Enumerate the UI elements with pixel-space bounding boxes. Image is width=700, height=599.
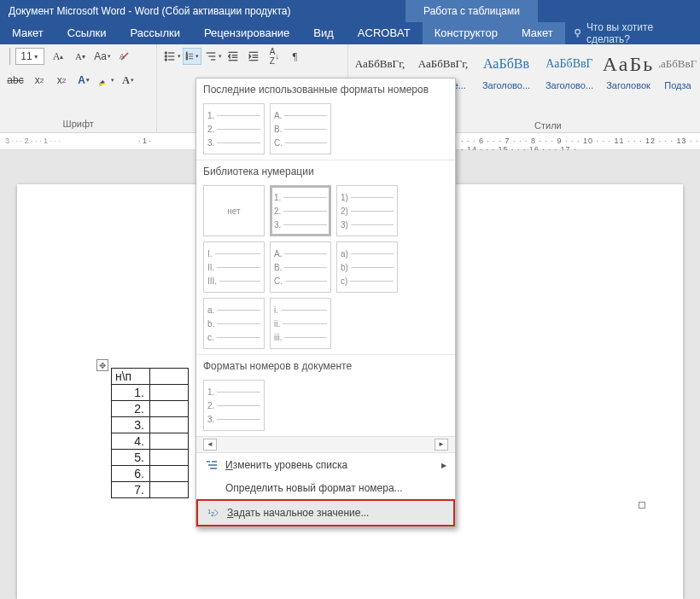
window-title: Документ Microsoft Word - Word (Сбой акт… [0, 5, 405, 17]
svg-text:3: 3 [186, 57, 188, 61]
num-thumb-ABC2[interactable]: A.B.C. [270, 241, 331, 293]
sort-icon[interactable]: AZ↓ [265, 48, 283, 65]
set-value-icon: 12 [207, 506, 220, 520]
tab-references[interactable]: Ссылки [55, 22, 119, 44]
strike-icon[interactable]: abc [5, 72, 26, 89]
num-thumb-irom[interactable]: i.ii.iii. [270, 298, 331, 349]
text-effects-icon[interactable]: A▾ [75, 72, 92, 89]
font-combo-edge[interactable] [5, 48, 10, 65]
num-thumb-doc1[interactable]: 1.2.3. [203, 380, 265, 431]
grow-font-icon[interactable]: A▴ [50, 48, 67, 65]
contextual-tab-title: Работа с таблицами [405, 0, 538, 22]
set-numbering-value[interactable]: 12 Задать начальное значение... [196, 499, 455, 526]
shrink-font-icon[interactable]: A▾ [72, 48, 89, 65]
chevron-right-icon: ▶ [441, 462, 446, 469]
show-marks-icon[interactable]: ¶ [285, 48, 304, 65]
ribbon-tabs: Макет Ссылки Рассылки Рецензирование Вид… [0, 22, 700, 44]
num-thumb-abcp[interactable]: a)b)c) [336, 241, 398, 293]
table-move-handle[interactable]: ✥ [96, 359, 108, 371]
num-thumb-roman[interactable]: I.II.III. [203, 241, 265, 293]
tab-mailings[interactable]: Рассылки [119, 22, 192, 44]
bullets-icon[interactable]: ▾ [162, 48, 181, 65]
multilevel-icon[interactable]: ▾ [203, 48, 222, 65]
font-group: 11▼ A▴ A▾ Aa▾ A abc x2 x2 A▾ ▾ A▾ Шрифт [0, 44, 157, 132]
style-subtitle[interactable]: АаБбВвГг,Подза [659, 49, 697, 90]
styles-group-label: Стили [534, 120, 562, 131]
num-thumb-none[interactable]: нет [203, 185, 265, 236]
outdent-icon[interactable] [224, 48, 242, 65]
font-color-icon[interactable]: A▾ [120, 72, 137, 89]
svg-point-3 [165, 52, 166, 54]
num-thumb-123-sel[interactable]: 1.2.3. [270, 185, 331, 236]
svg-point-7 [165, 59, 166, 61]
style-title[interactable]: АаБьЗаголовок [604, 49, 652, 90]
change-case-icon[interactable]: Aa▾ [94, 48, 111, 65]
tell-me-search[interactable]: Что вы хотите сделать? [565, 21, 700, 45]
tab-acrobat[interactable]: ACROBAT [346, 22, 423, 44]
indent-icon[interactable] [244, 48, 263, 65]
tab-table-layout[interactable]: Макет [510, 22, 565, 44]
title-bar: Документ Microsoft Word - Word (Сбой акт… [0, 0, 700, 22]
change-list-level[interactable]: ИИзменить уровень списказменить уровень … [196, 453, 455, 477]
svg-point-0 [575, 30, 580, 35]
num-thumb-paren[interactable]: 1)2)3) [336, 185, 398, 236]
table-resize-handle[interactable] [639, 502, 645, 509]
tab-design[interactable]: Конструктор [423, 22, 510, 44]
subscript-icon[interactable]: x2 [31, 72, 48, 89]
dropdown-section-recent: Последние использованные форматы номеров [196, 79, 455, 98]
tab-view[interactable]: Вид [301, 22, 346, 44]
scroll-left-icon: ◄ [203, 439, 217, 451]
num-thumb-abc[interactable]: a.b.c. [203, 298, 265, 349]
lightbulb-icon [572, 27, 583, 39]
svg-rect-2 [100, 84, 107, 85]
svg-text:2: 2 [211, 511, 214, 517]
define-new-format[interactable]: Определить новый формат номера... [196, 477, 455, 499]
gallery-scroll[interactable]: ◄► [196, 436, 455, 452]
font-group-label: Шрифт [5, 117, 151, 132]
numbering-icon[interactable]: 123▾ [183, 48, 201, 65]
dropdown-section-library: Библиотека нумерации [196, 160, 455, 180]
font-size-combo[interactable]: 11▼ [15, 48, 44, 65]
dropdown-section-doc: Форматы номеров в документе [196, 354, 455, 375]
list-level-icon [205, 458, 219, 472]
scroll-right-icon: ► [435, 439, 448, 451]
num-thumb-123[interactable]: 1.2.3. [203, 103, 265, 154]
style-h1[interactable]: АаБбВвЗаголово... [478, 49, 534, 90]
highlight-icon[interactable]: ▾ [97, 72, 114, 89]
tab-layout[interactable]: Макет [0, 22, 55, 44]
superscript-icon[interactable]: x2 [53, 72, 70, 89]
svg-point-5 [165, 55, 166, 57]
num-thumb-ABC[interactable]: A.B.C. [270, 103, 331, 154]
style-h2[interactable]: АаБбВвГЗаголово... [541, 49, 598, 90]
svg-text:A: A [120, 52, 125, 61]
tab-review[interactable]: Рецензирование [192, 22, 301, 44]
numbering-dropdown: Последние использованные форматы номеров… [195, 78, 456, 527]
clear-format-icon[interactable]: A [116, 48, 133, 65]
